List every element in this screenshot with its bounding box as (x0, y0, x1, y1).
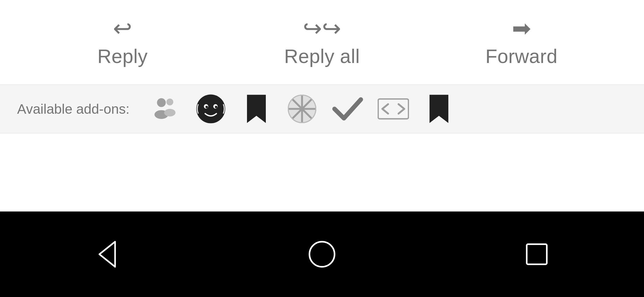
forward-label: Forward (485, 45, 558, 67)
svg-point-2 (166, 99, 173, 105)
svg-rect-14 (526, 244, 546, 264)
contacts-addon-icon[interactable] (149, 93, 181, 125)
forward-icon: ➡ (512, 17, 531, 40)
reply-all-label: Reply all (284, 45, 360, 67)
action-bar: ↩ Reply ↪↪ Reply all ➡ Forward (0, 0, 644, 85)
code-addon-icon[interactable] (378, 93, 409, 125)
check-addon-icon[interactable] (332, 93, 363, 125)
face-addon-icon[interactable] (195, 93, 226, 125)
back-button[interactable] (92, 239, 123, 270)
candy-addon-icon[interactable] (286, 93, 318, 125)
reply-button[interactable]: ↩ Reply (23, 17, 222, 67)
forward-button[interactable]: ➡ Forward (422, 17, 621, 67)
home-button[interactable] (306, 239, 338, 270)
reply-all-button[interactable]: ↪↪ Reply all (222, 17, 422, 67)
reply-label: Reply (97, 45, 147, 67)
reply-icon: ↩ (113, 17, 132, 40)
reply-all-icon: ↪↪ (303, 17, 341, 40)
svg-marker-12 (100, 242, 115, 267)
nav-bar (0, 211, 644, 297)
svg-point-4 (196, 94, 225, 123)
svg-point-0 (157, 98, 166, 107)
addons-bar: Available add-ons: (0, 85, 644, 133)
bookmark2-addon-icon[interactable] (423, 93, 455, 125)
recents-button[interactable] (521, 239, 552, 270)
svg-point-13 (309, 242, 335, 267)
svg-point-7 (205, 106, 208, 108)
addons-label: Available add-ons: (17, 101, 129, 117)
bookmark-addon-icon[interactable] (241, 93, 272, 125)
svg-point-8 (215, 106, 217, 108)
svg-point-3 (164, 109, 176, 116)
